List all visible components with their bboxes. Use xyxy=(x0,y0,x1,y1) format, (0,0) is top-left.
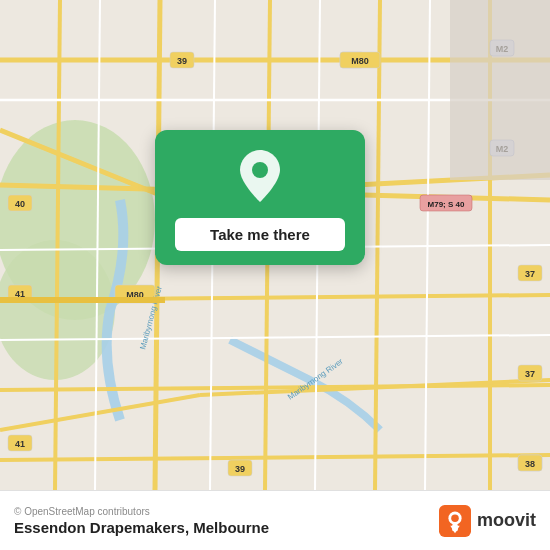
svg-point-60 xyxy=(252,162,268,178)
svg-text:M79; S 40: M79; S 40 xyxy=(428,200,465,209)
svg-text:38: 38 xyxy=(525,459,535,469)
pin-icon-wrap xyxy=(232,148,288,204)
svg-text:39: 39 xyxy=(235,464,245,474)
map-container: M80 39 39 39 39 40 41 41 37 37 37 38 M79… xyxy=(0,0,550,490)
svg-text:41: 41 xyxy=(15,439,25,449)
moovit-logo: moovit xyxy=(439,505,536,537)
take-me-there-button[interactable]: Take me there xyxy=(175,218,345,251)
location-name: Essendon Drapemakers, Melbourne xyxy=(14,519,269,536)
moovit-icon xyxy=(439,505,471,537)
svg-text:39: 39 xyxy=(177,56,187,66)
svg-text:40: 40 xyxy=(15,199,25,209)
svg-text:37: 37 xyxy=(525,269,535,279)
moovit-text: moovit xyxy=(477,510,536,531)
bottom-bar: © OpenStreetMap contributors Essendon Dr… xyxy=(0,490,550,550)
svg-rect-54 xyxy=(450,0,550,180)
svg-point-63 xyxy=(451,514,459,522)
svg-text:M80: M80 xyxy=(351,56,369,66)
bottom-left-info: © OpenStreetMap contributors Essendon Dr… xyxy=(14,506,269,536)
osm-attribution: © OpenStreetMap contributors xyxy=(14,506,269,517)
location-card: Take me there xyxy=(155,130,365,265)
pin-icon xyxy=(235,148,285,204)
svg-text:37: 37 xyxy=(525,369,535,379)
